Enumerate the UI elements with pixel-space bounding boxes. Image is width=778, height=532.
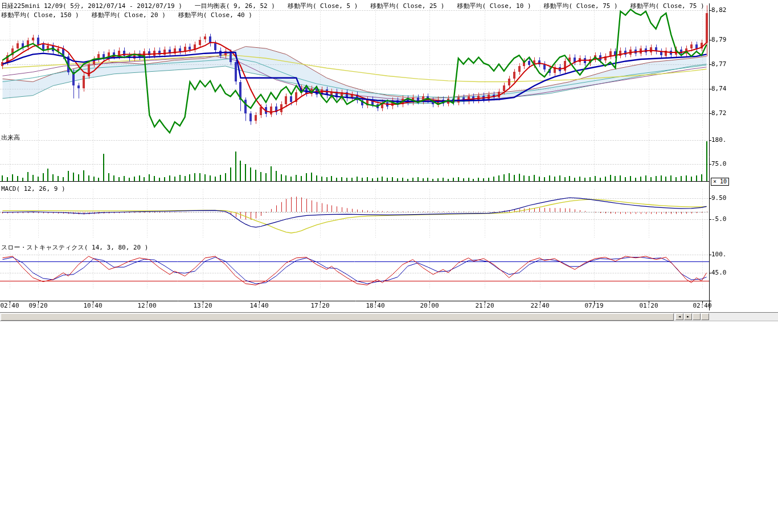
- legend-item: 移動平均( Close, 5 ): [288, 2, 358, 10]
- price-axis-label: 8,79: [711, 36, 727, 43]
- macd-panel-label: MACD( 12, 26, 9 ): [1, 185, 65, 193]
- legend-item: 移動平均( Close, 25 ): [370, 2, 444, 10]
- legend-item: 移動平均( Close, 75 ): [630, 2, 705, 10]
- scrollbar-button[interactable]: [701, 313, 709, 320]
- time-axis-label: 10:40: [83, 302, 102, 309]
- time-axis-label: 17:20: [310, 302, 329, 309]
- time-axis-label: 22:40: [530, 302, 549, 309]
- time-axis-label: 12:00: [137, 302, 156, 309]
- time-axis-label: 13:20: [193, 302, 212, 309]
- stoch-axis-label: 45.0: [711, 269, 727, 276]
- price-axis-label: 8,77: [711, 61, 727, 68]
- macd-axis-label: 9.50: [711, 195, 727, 202]
- time-axis-label: 18:40: [366, 302, 384, 309]
- time-axis-label: 14:40: [249, 302, 268, 309]
- price-axis-label: 8,74: [711, 85, 727, 92]
- legend-item: 移動平均( Close, 75 ): [544, 2, 618, 10]
- scrollbar-thumb[interactable]: [1, 313, 674, 321]
- legend-item: 移動平均( Close, 150 ): [1, 11, 79, 19]
- legend-item: 移動平均( Close, 40 ): [178, 11, 252, 19]
- volume-multiplier-badge: × 10: [711, 178, 729, 186]
- time-axis-label: 09:20: [28, 302, 47, 309]
- legend-row-2: 移動平均( Close, 150 )移動平均( Close, 20 )移動平均(…: [1, 11, 252, 19]
- macd-axis-label: -5.0: [711, 216, 727, 223]
- stoch-axis-label: 100.: [711, 251, 727, 258]
- chart-overlay: 日経225mini 12/09( 5分, 2012/07/14 - 2012/0…: [0, 0, 778, 532]
- price-axis-label: 8,72: [711, 110, 727, 117]
- legend-item: 日経225mini 12/09( 5分, 2012/07/14 - 2012/0…: [1, 2, 182, 10]
- volume-axis-label: 180.: [711, 137, 727, 144]
- time-axis-label: 01:20: [639, 302, 658, 309]
- legend-item: 移動平均( Close, 10 ): [457, 2, 531, 10]
- time-axis-label: 07/19: [584, 302, 603, 309]
- legend-row-1: 日経225mini 12/09( 5分, 2012/07/14 - 2012/0…: [1, 2, 705, 10]
- volume-panel-label: 出来高: [1, 133, 20, 142]
- scroll-right-button[interactable]: ►: [684, 313, 692, 320]
- stochastics-panel-label: スロー・ストキャスティクス( 14, 3, 80, 20 ): [1, 243, 148, 252]
- time-axis-label: 02:40: [0, 302, 19, 309]
- chart-window: 日経225mini 12/09( 5分, 2012/07/14 - 2012/0…: [0, 0, 778, 532]
- price-axis-label: 8,82: [711, 7, 727, 14]
- scroll-left-button[interactable]: ◄: [675, 313, 683, 320]
- time-axis-label: 21:20: [475, 302, 494, 309]
- scrollbar-button[interactable]: [693, 313, 701, 320]
- time-axis-label: 02:40: [693, 302, 711, 309]
- time-axis-label: 20:00: [420, 302, 439, 309]
- volume-axis-label: 75.0: [711, 161, 727, 167]
- horizontal-scrollbar[interactable]: ◄ ►: [0, 312, 778, 321]
- legend-item: 移動平均( Close, 20 ): [92, 11, 166, 19]
- legend-item: 一目均衡表( 9, 26, 52 ): [195, 2, 275, 10]
